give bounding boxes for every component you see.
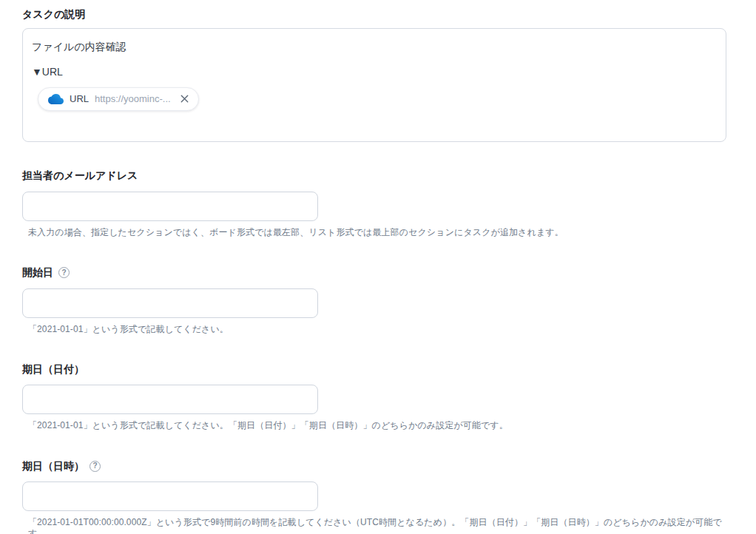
form-content: タスクの説明 ファイルの内容確認 ▼URL xyxy=(22,9,728,534)
task-description-label-text: タスクの説明 xyxy=(22,9,85,20)
due-date-label: 期日（日付） xyxy=(22,364,728,375)
chip-url-text: https://yoominc-... xyxy=(95,93,171,104)
due-date-label-text: 期日（日付） xyxy=(22,364,84,375)
assignee-email-input[interactable] xyxy=(22,192,318,221)
due-date-section: 期日（日付） 「2021-01-01」という形式で記載してください。「期日（日付… xyxy=(22,364,728,431)
task-description-label: タスクの説明 xyxy=(22,9,728,20)
onedrive-cloud-icon xyxy=(48,94,64,104)
help-icon[interactable]: ? xyxy=(90,461,101,472)
due-datetime-label: 期日（日時） ? xyxy=(22,461,728,472)
close-icon[interactable] xyxy=(179,93,190,104)
assignee-email-section: 担当者のメールアドレス 未入力の場合、指定したセクションではく、ボード形式では最… xyxy=(22,170,728,237)
description-line-2: ▼URL xyxy=(32,65,717,78)
start-date-label-text: 開始日 xyxy=(22,267,53,278)
url-attachment-chip[interactable]: URL https://yoominc-... xyxy=(38,87,199,111)
start-date-input[interactable] xyxy=(22,288,318,318)
due-date-input[interactable] xyxy=(22,385,318,414)
chip-label: URL xyxy=(70,93,89,104)
due-date-helper: 「2021-01-01」という形式で記載してください。「期日（日付）」「期日（日… xyxy=(28,420,728,430)
task-form-page: タスクの説明 ファイルの内容確認 ▼URL xyxy=(0,0,756,534)
assignee-email-helper: 未入力の場合、指定したセクションではく、ボード形式では最左部、リスト形式では最上… xyxy=(28,227,728,237)
due-datetime-input[interactable] xyxy=(22,481,318,511)
assignee-email-label-text: 担当者のメールアドレス xyxy=(22,170,138,181)
due-datetime-label-text: 期日（日時） xyxy=(22,461,84,472)
start-date-helper: 「2021-01-01」という形式で記載してください。 xyxy=(28,324,728,334)
help-icon[interactable]: ? xyxy=(58,267,70,278)
due-datetime-section: 期日（日時） ? 「2021-01-01T00:00:00.000Z」という形式… xyxy=(22,461,728,534)
task-description-textarea[interactable]: ファイルの内容確認 ▼URL URL xyxy=(22,28,726,142)
description-line-1: ファイルの内容確認 xyxy=(32,40,717,53)
assignee-email-label: 担当者のメールアドレス xyxy=(22,170,728,181)
due-datetime-helper: 「2021-01-01T00:00:00.000Z」という形式で9時間前の時間を… xyxy=(28,517,728,534)
start-date-section: 開始日 ? 「2021-01-01」という形式で記載してください。 xyxy=(22,267,728,334)
start-date-label: 開始日 ? xyxy=(22,267,728,278)
